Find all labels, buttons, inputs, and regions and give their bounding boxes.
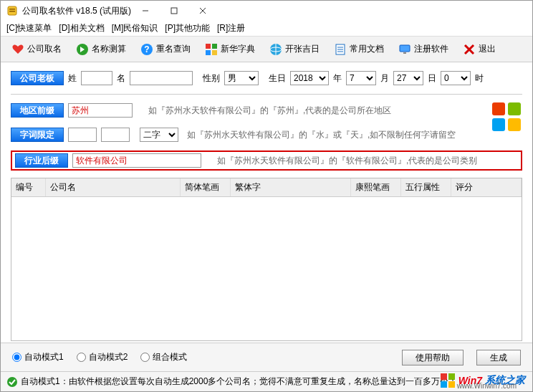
toolbar-docs-button[interactable]: 常用文档 bbox=[329, 41, 389, 58]
day-select[interactable]: 27 bbox=[393, 71, 423, 85]
limit-select[interactable]: 二字 bbox=[140, 128, 178, 142]
region-hint: 如『苏州水天软件有限公司』的『苏州』,代表的是公司所在地区 bbox=[148, 105, 391, 117]
col-trad[interactable]: 繁体字 bbox=[231, 178, 351, 196]
region-button[interactable]: 地区前缀 bbox=[11, 103, 64, 118]
toolbar-naming-label: 公司取名 bbox=[27, 43, 62, 55]
toolbar-dict-button[interactable]: 新华字典 bbox=[200, 41, 260, 58]
win-flag-icon bbox=[440, 373, 456, 388]
table-header: 编号 公司名 简体笔画 繁体字 康熙笔画 五行属性 评分 bbox=[11, 178, 522, 197]
toolbar-register-button[interactable]: 注册软件 bbox=[393, 41, 453, 58]
row-region: 地区前缀 如『苏州水天软件有限公司』的『苏州』,代表的是公司所在地区 bbox=[11, 102, 522, 119]
svg-rect-10 bbox=[206, 44, 211, 49]
mode2-input[interactable] bbox=[77, 353, 86, 362]
svg-rect-26 bbox=[508, 102, 521, 115]
col-kangxi[interactable]: 康熙笔画 bbox=[351, 178, 401, 196]
menu-folk[interactable]: [M]民俗知识 bbox=[112, 22, 158, 34]
menu-quick[interactable]: [C]快速菜单 bbox=[6, 22, 52, 34]
toolbar-exit-button[interactable]: 退出 bbox=[458, 41, 501, 58]
toolbar-exit-label: 退出 bbox=[479, 43, 496, 55]
toolbar-calc-button[interactable]: 名称测算 bbox=[71, 41, 131, 58]
col-id[interactable]: 编号 bbox=[11, 178, 46, 196]
close-icon bbox=[463, 43, 476, 56]
industry-button[interactable]: 行业后缀 bbox=[15, 153, 68, 168]
gender-label: 性别 bbox=[203, 72, 220, 85]
menu-other[interactable]: [P]其他功能 bbox=[165, 22, 210, 34]
limit-input-2[interactable] bbox=[101, 128, 130, 142]
help-button[interactable]: 使用帮助 bbox=[402, 350, 464, 365]
svg-rect-22 bbox=[403, 52, 406, 54]
watermark-sub: www.Winwin7.com bbox=[457, 382, 517, 390]
svg-rect-30 bbox=[441, 373, 447, 380]
results-table: 编号 公司名 简体笔画 繁体字 康熙笔画 五行属性 评分 bbox=[11, 178, 522, 341]
menubar: [C]快速菜单 [D]相关文档 [M]民俗知识 [P]其他功能 [R]注册 bbox=[1, 21, 532, 37]
year-label: 年 bbox=[333, 72, 342, 85]
status-text: 自动模式1：由软件根据您设置每次自动生成2000多个公司名；觉得不满意可重复生成… bbox=[21, 376, 457, 388]
menu-docs[interactable]: [D]相关文档 bbox=[59, 22, 104, 34]
mode2-label: 自动模式2 bbox=[89, 351, 128, 363]
globe-icon bbox=[269, 43, 282, 56]
svg-rect-25 bbox=[492, 102, 505, 115]
svg-rect-4 bbox=[171, 8, 177, 14]
mode3-input[interactable] bbox=[140, 353, 150, 362]
arrow-right-icon bbox=[76, 43, 89, 56]
minimize-button[interactable] bbox=[131, 1, 160, 21]
mode1-radio[interactable]: 自动模式1 bbox=[12, 351, 64, 363]
region-input[interactable] bbox=[68, 103, 133, 118]
month-label: 月 bbox=[380, 72, 389, 85]
row-boss: 公司老板 姓 名 性别 男 生日 2018 年 7 月 27 日 0 时 bbox=[11, 70, 522, 87]
limit-input-1[interactable] bbox=[68, 128, 97, 142]
limit-hint: 如『苏州水天软件有限公司』的『水』或『天』,如不限制任何字请留空 bbox=[187, 129, 456, 141]
ok-icon bbox=[6, 376, 18, 388]
svg-rect-28 bbox=[508, 118, 521, 131]
window-title: 公司取名软件 v18.5 (试用版) bbox=[22, 5, 131, 17]
month-select[interactable]: 7 bbox=[346, 71, 376, 85]
col-simp[interactable]: 简体笔画 bbox=[181, 178, 231, 196]
bottom-bar: 自动模式1 自动模式2 组合模式 使用帮助 生成 bbox=[1, 343, 532, 371]
mode2-radio[interactable]: 自动模式2 bbox=[77, 351, 128, 363]
toolbar-naming-button[interactable]: 公司取名 bbox=[6, 41, 67, 58]
name-input[interactable] bbox=[130, 71, 193, 85]
svg-rect-33 bbox=[448, 381, 455, 388]
day-label: 日 bbox=[428, 72, 436, 85]
year-select[interactable]: 2018 bbox=[290, 71, 329, 85]
maximize-button[interactable] bbox=[160, 1, 188, 21]
svg-rect-13 bbox=[212, 50, 217, 55]
generate-button[interactable]: 生成 bbox=[476, 350, 521, 365]
col-score[interactable]: 评分 bbox=[451, 178, 522, 196]
menu-register[interactable]: [R]注册 bbox=[217, 22, 245, 34]
toolbar-calc-label: 名称测算 bbox=[92, 43, 126, 55]
watermark: Win7 系统之家 www.Winwin7.com bbox=[440, 373, 525, 388]
toolbar-docs-label: 常用文档 bbox=[350, 43, 384, 55]
col-name[interactable]: 公司名 bbox=[46, 178, 181, 196]
toolbar-dict-label: 新华字典 bbox=[221, 43, 255, 55]
toolbar-duplicate-button[interactable]: ? 重名查询 bbox=[135, 41, 196, 58]
mode1-input[interactable] bbox=[12, 353, 21, 362]
svg-rect-31 bbox=[448, 373, 455, 380]
help-icon: ? bbox=[140, 43, 153, 56]
svg-text:?: ? bbox=[144, 44, 149, 54]
surname-input[interactable] bbox=[81, 71, 112, 85]
mode3-radio[interactable]: 组合模式 bbox=[140, 351, 187, 363]
svg-rect-12 bbox=[206, 50, 211, 55]
birth-label: 生日 bbox=[269, 72, 286, 85]
close-button[interactable] bbox=[188, 1, 217, 21]
app-icon bbox=[6, 5, 18, 16]
document-icon bbox=[334, 43, 347, 56]
industry-input[interactable] bbox=[72, 153, 201, 168]
svg-point-29 bbox=[7, 377, 17, 387]
gender-select[interactable]: 男 bbox=[224, 71, 259, 85]
svg-rect-21 bbox=[400, 45, 410, 52]
svg-rect-27 bbox=[492, 118, 505, 131]
form-area: 公司老板 姓 名 性别 男 生日 2018 年 7 月 27 日 0 时 地区前… bbox=[1, 62, 532, 178]
limit-button[interactable]: 字词限定 bbox=[11, 128, 64, 142]
name-label: 名 bbox=[117, 72, 125, 85]
toolbar-opendate-button[interactable]: 开张吉日 bbox=[264, 41, 325, 58]
boss-button[interactable]: 公司老板 bbox=[11, 71, 64, 85]
col-wuxing[interactable]: 五行属性 bbox=[401, 178, 451, 196]
row-industry-highlight: 行业后缀 如『苏州水天软件有限公司』的『软件有限公司』,代表的是公司类别 bbox=[11, 150, 522, 171]
mode3-label: 组合模式 bbox=[153, 351, 187, 363]
titlebar: 公司取名软件 v18.5 (试用版) bbox=[1, 1, 532, 21]
svg-rect-32 bbox=[441, 381, 447, 388]
svg-rect-11 bbox=[212, 44, 217, 49]
hour-select[interactable]: 0 bbox=[441, 71, 471, 85]
